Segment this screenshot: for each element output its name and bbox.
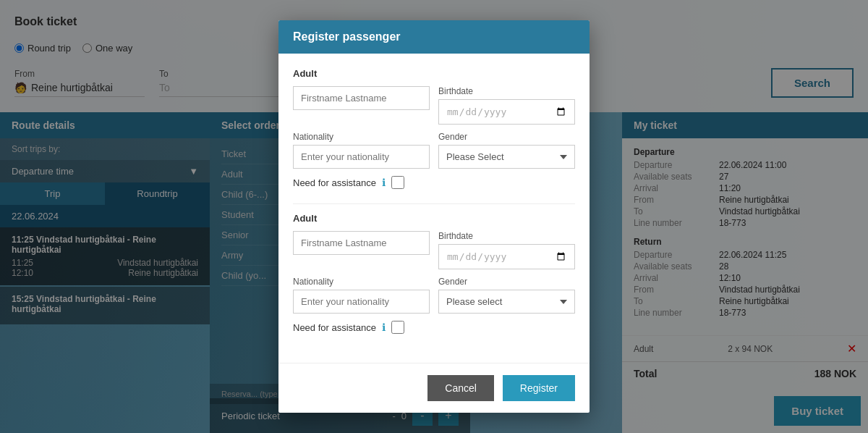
passenger-2-birthdate-input[interactable]: [438, 244, 575, 269]
passenger-2-nationality-input[interactable]: [293, 290, 430, 314]
register-passenger-modal: Register passenger Adult Birthdate Natio: [278, 20, 590, 413]
passenger-2-assistance-checkbox[interactable]: [391, 321, 404, 334]
modal-header: Register passenger: [278, 20, 590, 54]
passenger-1-name-group: [293, 86, 430, 125]
cancel-button[interactable]: Cancel: [427, 375, 494, 401]
passenger-1-birthdate-input[interactable]: [438, 99, 575, 125]
passenger-1-gender-select[interactable]: Please Select Male Female Other: [438, 145, 575, 169]
passenger-1-name-input[interactable]: [293, 86, 430, 110]
passenger-2-nationality-label: Nationality: [293, 277, 430, 287]
passenger-2-name-input[interactable]: [293, 231, 430, 255]
passenger-2-gender-select[interactable]: Please select Male Female Other: [438, 290, 575, 314]
passenger-1-assistance-row: Need for assistance ℹ: [293, 176, 575, 189]
passenger-1-nationality-gender-row: Nationality Gender Please Select Male Fe…: [293, 132, 575, 169]
passenger-2-name-birth-row: Birthdate: [293, 231, 575, 269]
passenger-1-type-label: Adult: [293, 68, 575, 79]
passenger-1-gender-label: Gender: [438, 132, 575, 142]
section-divider: [293, 203, 575, 204]
modal-footer: Cancel Register: [278, 363, 590, 413]
passenger-1-birthdate-label: Birthdate: [438, 86, 575, 96]
modal-body: Adult Birthdate Nationality: [278, 54, 590, 363]
passenger-2-birthdate-group: Birthdate: [438, 231, 575, 269]
passenger-2-assistance-row: Need for assistance ℹ: [293, 321, 575, 334]
passenger-2-nationality-gender-row: Nationality Gender Please select Male Fe…: [293, 277, 575, 314]
passenger-2-type-label: Adult: [293, 213, 575, 224]
register-button[interactable]: Register: [503, 375, 575, 401]
info-icon-2[interactable]: ℹ: [382, 321, 386, 333]
passenger-2-gender-group: Gender Please select Male Female Other: [438, 277, 575, 314]
passenger-2-birthdate-label: Birthdate: [438, 231, 575, 241]
passenger-2-nationality-group: Nationality: [293, 277, 430, 314]
passenger-1-gender-group: Gender Please Select Male Female Other: [438, 132, 575, 169]
passenger-2-name-group: [293, 231, 430, 269]
passenger-1-name-birth-row: Birthdate: [293, 86, 575, 125]
passenger-1-birthdate-group: Birthdate: [438, 86, 575, 125]
passenger-2-gender-label: Gender: [438, 277, 575, 287]
passenger-1-nationality-group: Nationality: [293, 132, 430, 169]
passenger-1-assistance-checkbox[interactable]: [391, 176, 404, 189]
passenger-2-section: Adult Birthdate Nationality: [293, 213, 575, 334]
passenger-1-nationality-input[interactable]: [293, 145, 430, 169]
passenger-2-assistance-label: Need for assistance: [293, 322, 376, 333]
passenger-1-assistance-label: Need for assistance: [293, 177, 376, 188]
info-icon[interactable]: ℹ: [382, 177, 386, 188]
passenger-1-section: Adult Birthdate Nationality: [293, 68, 575, 189]
passenger-1-nationality-label: Nationality: [293, 132, 430, 142]
modal-overlay: Register passenger Adult Birthdate Natio: [0, 0, 868, 433]
